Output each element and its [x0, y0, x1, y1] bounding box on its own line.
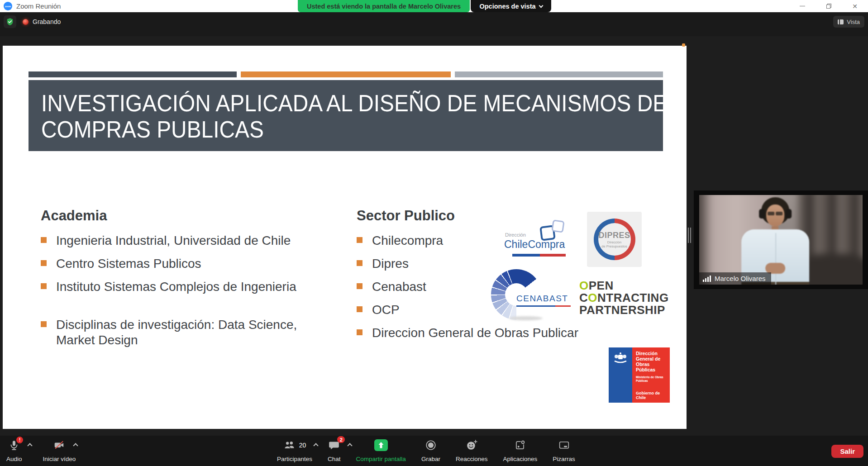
slide-title: INVESTIGACIÓN APLICADA AL DISEÑO DE MECA…	[41, 90, 663, 143]
list-item-text: Centro Sistemas Publicos	[56, 257, 201, 271]
reactions-button[interactable]: Reacciones	[456, 439, 488, 462]
minimize-icon	[800, 6, 805, 6]
audio-menu-caret[interactable]	[28, 443, 33, 448]
cenabast-name: CENABAST	[516, 294, 568, 304]
participants-label: Participantes	[277, 456, 312, 462]
record-button[interactable]: Grabar	[421, 439, 440, 462]
recording-dot-icon	[23, 19, 29, 25]
list-item: Ingenieria Industrial, Universidad de Ch…	[41, 233, 330, 248]
ocp-line1-rest: PEN	[589, 279, 614, 292]
layout-icon	[838, 19, 844, 24]
dgop-ministry-line: Públicas	[636, 379, 667, 383]
ocp-line2: CONTRACTING	[579, 292, 688, 304]
apps-label: Aplicaciones	[503, 456, 537, 462]
participant-video-tile[interactable]: Marcelo Olivares	[694, 190, 868, 289]
dipres-sub1: Dirección	[607, 240, 621, 244]
slide-title-line2: COMPRAS PUBLICAS	[41, 116, 663, 143]
bullet-square-icon	[357, 283, 362, 289]
participants-count: 20	[299, 442, 306, 449]
slide-accent-bars	[3, 71, 687, 77]
camera-off-icon	[53, 439, 66, 451]
share-screen-label: Compartir pantalla	[356, 456, 406, 462]
close-button[interactable]: ✕	[842, 0, 868, 12]
start-video-button[interactable]: Iniciar vídeo	[43, 439, 76, 462]
dgop-red-panel: Dirección General de Obras Públicas Mini…	[632, 347, 670, 403]
presentation-slide: INVESTIGACIÓN APLICADA AL DISEÑO DE MECA…	[3, 46, 687, 429]
leave-meeting-button[interactable]: Salir	[831, 445, 863, 458]
bullet-square-icon	[41, 283, 47, 289]
dgop-blue-panel	[609, 347, 632, 403]
dgop-title-line: Públicas	[636, 367, 667, 372]
bullet-square-icon	[357, 306, 362, 312]
dipres-ring-icon: DIPRES Dirección de Presupuestos	[594, 219, 635, 260]
chat-label: Chat	[328, 456, 341, 462]
chat-button[interactable]: 2 Chat	[328, 439, 341, 462]
dgop-ministry-line: Ministerio de Obras	[636, 376, 667, 379]
glasses-icon	[767, 212, 784, 216]
dipres-sub2: de Presupuestos	[601, 244, 627, 248]
video-menu-caret[interactable]	[73, 443, 78, 448]
bullet-square-icon	[357, 260, 362, 266]
list-item: Direccion General de Obras Publicar	[357, 325, 628, 341]
window-titlebar: zoom Zoom Reunión Usted está viendo la p…	[0, 0, 868, 12]
window-controls: ✕	[789, 0, 868, 12]
panel-resize-handle[interactable]	[688, 228, 692, 243]
list-item-text: Cenabast	[372, 280, 426, 294]
ocp-line1: OPEN	[579, 280, 688, 292]
restore-button[interactable]	[816, 0, 842, 12]
participants-button[interactable]: 20 Participantes	[277, 439, 312, 462]
start-video-label: Iniciar vídeo	[43, 456, 76, 462]
dgop-title: Dirección General de Obras Públicas	[636, 351, 667, 372]
view-layout-button[interactable]: Vista	[833, 16, 864, 28]
chevron-down-icon	[539, 3, 543, 8]
chat-menu-caret[interactable]	[348, 443, 353, 448]
headphone-icon	[786, 209, 792, 219]
share-screen-button[interactable]: Compartir pantalla	[356, 439, 406, 462]
dipres-ring-center: DIPRES Dirección de Presupuestos	[598, 223, 631, 256]
minimize-button[interactable]	[789, 0, 816, 12]
chilecompra-flag-bar	[512, 254, 566, 257]
bullet-square-icon	[357, 237, 362, 243]
ocp-green-o: O	[579, 279, 589, 292]
dgop-title-line: Dirección	[636, 351, 667, 356]
view-options-label: Opciones de vista	[479, 3, 535, 10]
recording-label: Grabando	[33, 18, 61, 25]
meeting-info-button[interactable]	[4, 15, 16, 28]
accent-bar-slate	[29, 71, 237, 77]
academia-heading: Academia	[41, 208, 330, 224]
chilecompra-logo: Dirección ChileCompra	[502, 220, 570, 263]
list-item-text: Chilecompra	[372, 233, 443, 247]
meeting-header-bar: Grabando Vista	[0, 12, 868, 36]
participant-name-tag: Marcelo Olivares	[699, 272, 771, 285]
shared-screen-area: INVESTIGACIÓN APLICADA AL DISEÑO DE MECA…	[0, 36, 868, 436]
participant-person	[739, 197, 811, 285]
zoom-meeting-window: zoom Zoom Reunión Usted está viendo la p…	[0, 0, 868, 466]
list-item-text: Instituto Sistemas Complejos de Ingenier…	[56, 280, 296, 294]
ocp-line2-pre: C	[579, 291, 588, 304]
list-item-text: OCP	[372, 303, 400, 317]
list-item: Disciplinas de investigación: Data Scien…	[41, 317, 330, 348]
dgop-government: Gobierno de Chile	[636, 391, 667, 400]
recording-indicator[interactable]: Grabando	[20, 15, 63, 28]
view-layout-label: Vista	[847, 19, 860, 25]
whiteboards-button[interactable]: Pizarras	[553, 439, 575, 462]
video-feed: Marcelo Olivares	[699, 195, 863, 285]
cenabast-logo: CENABAST	[491, 269, 570, 324]
academia-column: Academia Ingenieria Industrial, Universi…	[41, 208, 330, 356]
record-label: Grabar	[421, 456, 440, 462]
audio-button[interactable]: ! Audio	[6, 439, 22, 462]
restore-icon	[826, 4, 831, 9]
chilecompra-name: ChileCompra	[504, 238, 565, 251]
person-face	[766, 204, 784, 226]
slide-title-line1: INVESTIGACIÓN APLICADA AL DISEÑO DE MECA…	[41, 90, 663, 116]
participants-menu-caret[interactable]	[314, 443, 319, 448]
view-options-dropdown[interactable]: Opciones de vista	[471, 0, 551, 12]
list-item-text: Ingenieria Industrial, Universidad de Ch…	[56, 233, 291, 247]
chile-coat-of-arms-icon	[613, 352, 628, 366]
participant-name: Marcelo Olivares	[715, 275, 766, 282]
app-identity: zoom Zoom Reunión	[4, 2, 61, 10]
apps-button[interactable]: Aplicaciones	[503, 439, 537, 462]
list-item: Centro Sistemas Publicos	[41, 256, 330, 271]
bullet-square-icon	[41, 237, 47, 243]
list-item-text: Dipres	[372, 257, 409, 271]
